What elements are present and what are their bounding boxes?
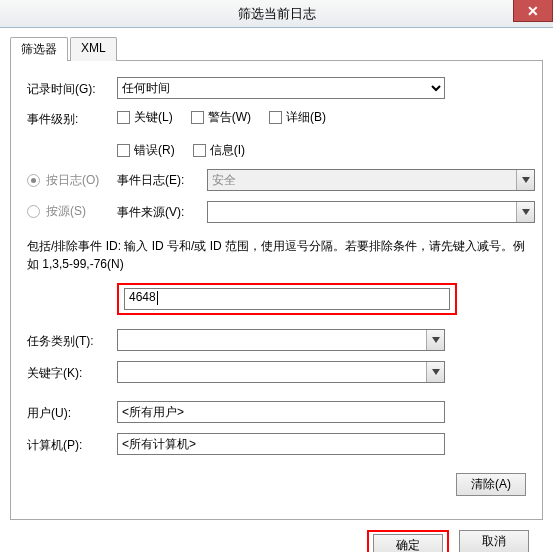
event-id-highlight: 4648	[117, 283, 457, 315]
window-title: 筛选当前日志	[238, 5, 316, 23]
radio-by-log[interactable]: 按日志(O)	[27, 172, 99, 189]
checkbox-label: 关键(L)	[134, 109, 173, 126]
event-log-input	[207, 169, 535, 191]
svg-marker-3	[432, 369, 440, 375]
chevron-down-icon	[426, 362, 444, 382]
clear-button[interactable]: 清除(A)	[456, 473, 526, 496]
dialog-button-row: 确定 取消	[10, 520, 543, 552]
label-event-log: 事件日志(E):	[117, 172, 207, 189]
svg-marker-0	[522, 177, 530, 183]
checkbox-box-icon	[117, 111, 130, 124]
close-icon: ✕	[527, 3, 539, 19]
radio-icon	[27, 174, 40, 187]
checkbox-error[interactable]: 错误(R)	[117, 142, 175, 159]
label-event-level: 事件级别:	[27, 109, 117, 128]
close-button[interactable]: ✕	[513, 0, 553, 22]
checkbox-label: 警告(W)	[208, 109, 251, 126]
checkbox-info[interactable]: 信息(I)	[193, 142, 245, 159]
cancel-button[interactable]: 取消	[459, 530, 529, 552]
event-source-input[interactable]	[207, 201, 535, 223]
user-input[interactable]	[117, 401, 445, 423]
label-computer: 计算机(P):	[27, 435, 117, 454]
chevron-down-icon	[426, 330, 444, 350]
label-keywords: 关键字(K):	[27, 363, 117, 382]
radio-by-source[interactable]: 按源(S)	[27, 203, 86, 220]
logged-time-select[interactable]: 任何时间	[117, 77, 445, 99]
label-user: 用户(U):	[27, 403, 117, 422]
radio-icon	[27, 205, 40, 218]
checkbox-label: 信息(I)	[210, 142, 245, 159]
tab-filter[interactable]: 筛选器	[10, 37, 68, 61]
event-log-combo[interactable]	[207, 169, 535, 191]
chevron-down-icon	[516, 202, 534, 222]
checkbox-label: 详细(B)	[286, 109, 326, 126]
radio-by-source-wrap: 按源(S)	[27, 203, 117, 221]
svg-marker-1	[522, 209, 530, 215]
checkbox-box-icon	[193, 144, 206, 157]
checkbox-box-icon	[191, 111, 204, 124]
task-category-combo[interactable]	[117, 329, 445, 351]
event-id-description: 包括/排除事件 ID: 输入 ID 号和/或 ID 范围，使用逗号分隔。若要排除…	[27, 237, 526, 273]
checkbox-label: 错误(R)	[134, 142, 175, 159]
event-level-group: 关键(L) 警告(W) 详细(B) 错误(R) 信息(I)	[117, 109, 457, 159]
tab-xml[interactable]: XML	[70, 37, 117, 61]
radio-by-log-label: 按日志(O)	[46, 172, 99, 189]
radio-by-source-label: 按源(S)	[46, 203, 86, 220]
label-task-category: 任务类别(T):	[27, 331, 117, 350]
keywords-combo[interactable]	[117, 361, 445, 383]
keywords-input[interactable]	[117, 361, 445, 383]
radio-by-log-wrap: 按日志(O)	[27, 172, 117, 189]
checkbox-verbose[interactable]: 详细(B)	[269, 109, 326, 126]
computer-input[interactable]	[117, 433, 445, 455]
event-id-value: 4648	[129, 290, 156, 304]
chevron-down-icon	[516, 170, 534, 190]
event-source-combo[interactable]	[207, 201, 535, 223]
ok-button[interactable]: 确定	[373, 534, 443, 552]
tab-strip: 筛选器 XML	[10, 37, 543, 61]
label-event-source: 事件来源(V):	[117, 204, 207, 221]
ok-button-highlight: 确定	[367, 530, 449, 552]
checkbox-box-icon	[117, 144, 130, 157]
checkbox-box-icon	[269, 111, 282, 124]
tab-panel-filter: 记录时间(G): 任何时间 事件级别: 关键(L) 警告(W) 详细(B)	[10, 60, 543, 520]
svg-marker-2	[432, 337, 440, 343]
task-category-input[interactable]	[117, 329, 445, 351]
event-id-input[interactable]: 4648	[124, 288, 450, 310]
title-bar: 筛选当前日志 ✕	[0, 0, 553, 28]
checkbox-critical[interactable]: 关键(L)	[117, 109, 173, 126]
label-logged-time: 记录时间(G):	[27, 79, 117, 98]
checkbox-warning[interactable]: 警告(W)	[191, 109, 251, 126]
